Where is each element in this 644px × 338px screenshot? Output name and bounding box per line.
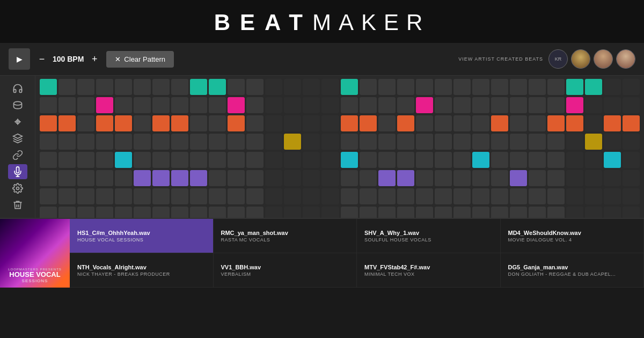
beat-cell-r5-c31[interactable]	[623, 170, 640, 186]
beat-cell-r0-c27[interactable]	[547, 79, 565, 95]
beat-cell-r6-c5[interactable]	[134, 188, 151, 204]
beat-cell-r3-c24[interactable]	[491, 134, 508, 150]
beat-cell-r3-c23[interactable]	[472, 134, 489, 150]
beat-cell-r4-c31[interactable]	[623, 152, 640, 168]
beat-cell-r3-c27[interactable]	[547, 134, 565, 150]
beat-cell-r7-c13[interactable]	[284, 207, 301, 218]
beat-cell-r4-c13[interactable]	[284, 152, 301, 168]
beat-cell-r2-c17[interactable]	[360, 115, 377, 131]
beat-cell-r5-c15[interactable]	[321, 170, 339, 186]
beat-cell-r2-c24[interactable]	[491, 115, 508, 131]
beat-cell-r0-c22[interactable]	[453, 79, 471, 95]
beat-cell-r3-c12[interactable]	[265, 134, 282, 150]
beat-cell-r6-c9[interactable]	[209, 188, 226, 204]
beat-cell-r6-c23[interactable]	[472, 188, 489, 204]
beat-cell-r7-c14[interactable]	[303, 207, 320, 218]
beat-cell-r0-c29[interactable]	[585, 79, 602, 95]
beat-cell-r5-c18[interactable]	[378, 170, 396, 186]
beat-cell-r3-c22[interactable]	[453, 134, 471, 150]
beat-cell-r3-c18[interactable]	[378, 134, 396, 150]
beat-cell-r1-c30[interactable]	[604, 97, 621, 113]
beat-cell-r3-c13[interactable]	[284, 134, 301, 150]
beat-cell-r2-c28[interactable]	[566, 115, 583, 131]
beat-cell-r6-c0[interactable]	[40, 188, 57, 204]
beat-cell-r2-c22[interactable]	[453, 115, 471, 131]
track-icon-tune[interactable]	[8, 114, 27, 129]
sample-item-2[interactable]: SHV_A_Why_1.wavSOULFUL HOUSE VOCALS	[357, 219, 501, 253]
beat-cell-r7-c3[interactable]	[96, 207, 113, 218]
beat-cell-r3-c11[interactable]	[246, 134, 264, 150]
beat-cell-r6-c27[interactable]	[547, 188, 565, 204]
beat-cell-r3-c25[interactable]	[510, 134, 527, 150]
beat-cell-r3-c7[interactable]	[171, 134, 188, 150]
sample-item-1[interactable]: RMC_ya_man_shot.wavRASTA MC VOCALS	[214, 219, 357, 253]
beat-cell-r1-c6[interactable]	[152, 97, 170, 113]
artist-avatar-4[interactable]	[616, 49, 635, 69]
beat-cell-r6-c14[interactable]	[303, 188, 320, 204]
beat-cell-r3-c19[interactable]	[397, 134, 414, 150]
beat-cell-r7-c11[interactable]	[246, 207, 264, 218]
beat-cell-r6-c21[interactable]	[435, 188, 452, 204]
beat-cell-r1-c31[interactable]	[623, 97, 640, 113]
beat-cell-r6-c3[interactable]	[96, 188, 113, 204]
beat-cell-r7-c10[interactable]	[228, 207, 245, 218]
track-icon-drum[interactable]	[8, 98, 27, 113]
beat-cell-r5-c16[interactable]	[341, 170, 358, 186]
beat-cell-r4-c5[interactable]	[134, 152, 151, 168]
beat-cell-r1-c4[interactable]	[115, 97, 132, 113]
beat-cell-r2-c8[interactable]	[190, 115, 207, 131]
beat-cell-r5-c29[interactable]	[585, 170, 602, 186]
beat-cell-r0-c17[interactable]	[360, 79, 377, 95]
beat-cell-r2-c2[interactable]	[77, 115, 94, 131]
beat-cell-r0-c24[interactable]	[491, 79, 508, 95]
beat-cell-r2-c16[interactable]	[341, 115, 358, 131]
beat-cell-r1-c7[interactable]	[171, 97, 188, 113]
beat-cell-r4-c4[interactable]	[115, 152, 132, 168]
beat-cell-r7-c20[interactable]	[416, 207, 433, 218]
beat-cell-r7-c15[interactable]	[321, 207, 339, 218]
beat-cell-r2-c30[interactable]	[604, 115, 621, 131]
beat-cell-r6-c22[interactable]	[453, 188, 471, 204]
beat-cell-r4-c10[interactable]	[228, 152, 245, 168]
track-icon-link[interactable]	[8, 148, 27, 163]
beat-cell-r6-c15[interactable]	[321, 188, 339, 204]
beat-cell-r2-c31[interactable]	[623, 115, 640, 131]
beat-cell-r7-c2[interactable]	[77, 207, 94, 218]
beat-cell-r5-c3[interactable]	[96, 170, 113, 186]
beat-cell-r2-c15[interactable]	[321, 115, 339, 131]
beat-cell-r6-c17[interactable]	[360, 188, 377, 204]
beat-cell-r0-c31[interactable]	[623, 79, 640, 95]
artist-avatar-2[interactable]	[571, 49, 590, 69]
beat-cell-r6-c20[interactable]	[416, 188, 433, 204]
beat-cell-r1-c15[interactable]	[321, 97, 339, 113]
beat-cell-r5-c20[interactable]	[416, 170, 433, 186]
beat-cell-r4-c0[interactable]	[40, 152, 57, 168]
beat-cell-r1-c19[interactable]	[397, 97, 414, 113]
beat-cell-r0-c12[interactable]	[265, 79, 282, 95]
beat-cell-r4-c6[interactable]	[152, 152, 170, 168]
beat-cell-r0-c10[interactable]	[228, 79, 245, 95]
beat-cell-r1-c25[interactable]	[510, 97, 527, 113]
beat-cell-r2-c1[interactable]	[58, 115, 76, 131]
beat-cell-r0-c20[interactable]	[416, 79, 433, 95]
beat-cell-r1-c22[interactable]	[453, 97, 471, 113]
beat-cell-r0-c1[interactable]	[58, 79, 76, 95]
beat-cell-r7-c30[interactable]	[604, 207, 621, 218]
beat-cell-r2-c18[interactable]	[378, 115, 396, 131]
beat-cell-r4-c20[interactable]	[416, 152, 433, 168]
sample-item-6[interactable]: MTV_FVStab42_F#.wavMINIMAL TECH VOX	[357, 253, 501, 288]
beat-cell-r5-c5[interactable]	[134, 170, 151, 186]
beat-cell-r1-c20[interactable]	[416, 97, 433, 113]
beat-cell-r7-c1[interactable]	[58, 207, 76, 218]
beat-cell-r5-c12[interactable]	[265, 170, 282, 186]
beat-cell-r7-c19[interactable]	[397, 207, 414, 218]
beat-cell-r0-c2[interactable]	[77, 79, 94, 95]
beat-cell-r3-c17[interactable]	[360, 134, 377, 150]
beat-cell-r0-c14[interactable]	[303, 79, 320, 95]
beat-cell-r0-c7[interactable]	[171, 79, 188, 95]
beat-cell-r4-c30[interactable]	[604, 152, 621, 168]
beat-cell-r0-c26[interactable]	[529, 79, 546, 95]
beat-cell-r0-c6[interactable]	[152, 79, 170, 95]
beat-cell-r5-c1[interactable]	[58, 170, 76, 186]
beat-cell-r0-c11[interactable]	[246, 79, 264, 95]
